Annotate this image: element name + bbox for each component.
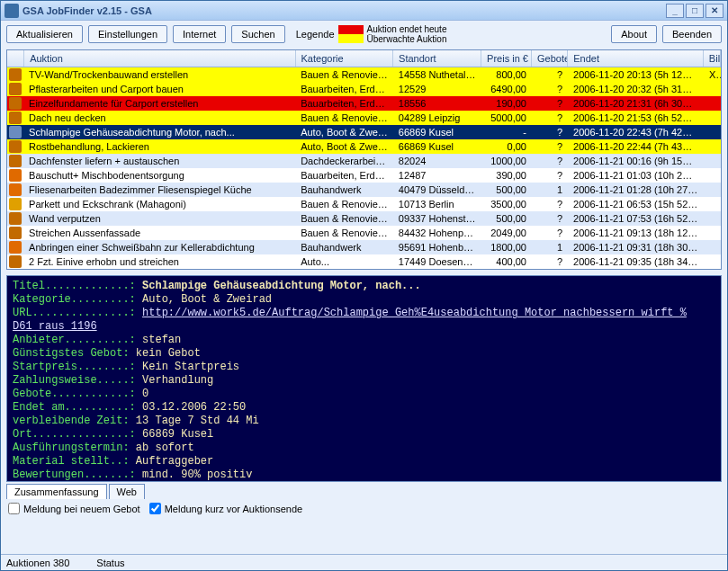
refresh-button[interactable]: Aktualisieren bbox=[6, 25, 83, 43]
legend-line2: Überwachte Auktion bbox=[367, 34, 447, 44]
cell-auktion: 2 Fzt. Einive erhobn und streichen bbox=[23, 256, 295, 267]
table-body[interactable]: TV-Wand/Trockenbauwand erstellenBauen & … bbox=[7, 67, 721, 269]
cell-gebote: ? bbox=[532, 127, 568, 138]
cell-kategorie: Bauen & Renovieren bbox=[295, 213, 393, 224]
detail-url2[interactable]: D61_raus_1196 bbox=[13, 320, 97, 334]
about-button[interactable]: About bbox=[611, 25, 657, 43]
check-newbid[interactable] bbox=[8, 503, 20, 514]
table-row[interactable]: Parkett und Eckschrank (Mahagoni)Bauen &… bbox=[7, 197, 721, 211]
cell-preis: 390,00 bbox=[481, 170, 532, 181]
cell-standort: 66869 Kusel bbox=[393, 141, 481, 152]
row-icon bbox=[9, 183, 22, 196]
cell-endet: 2006-11-20 22:44 (7h 43min) bbox=[568, 141, 704, 152]
cell-kategorie: Auto, Boot & Zweirad bbox=[295, 141, 393, 152]
minimize-button[interactable]: _ bbox=[666, 4, 684, 18]
cell-endet: 2006-11-21 06:53 (15h 52m... bbox=[568, 199, 704, 210]
cell-endet: 2006-11-20 22:43 (7h 42min) bbox=[568, 127, 704, 138]
check-shortly[interactable] bbox=[149, 503, 161, 514]
detail-url[interactable]: http://www.work5.de/Auftrag/Schlampige_G… bbox=[142, 307, 687, 320]
col-endet[interactable]: Endet bbox=[568, 50, 704, 67]
cell-kategorie: Bauhandwerk bbox=[295, 184, 393, 195]
table-row[interactable]: Dachfenster liefern + austauschenDachdec… bbox=[7, 154, 721, 168]
cell-gebote: ? bbox=[532, 112, 568, 123]
col-preis[interactable]: Preis in € bbox=[481, 50, 532, 67]
cell-preis: 0,00 bbox=[481, 141, 532, 152]
cell-auktion: Fliesenarbeiten Badezimmer Fliesenspiege… bbox=[23, 184, 295, 195]
col-bild[interactable]: Bild bbox=[704, 50, 721, 67]
tab-summary[interactable]: Zusammenfassung bbox=[6, 484, 107, 499]
search-button[interactable]: Suchen bbox=[231, 25, 284, 43]
table-row[interactable]: Einzelfundamente für Carport erstellenBa… bbox=[7, 96, 721, 111]
legend-swatch bbox=[338, 25, 364, 43]
cell-endet: 2006-11-21 00:16 (9h 15min) bbox=[568, 156, 704, 166]
table-row[interactable]: Schlampige Gehäuseabdichtung Motor, nach… bbox=[7, 125, 721, 139]
close-button[interactable]: ✕ bbox=[706, 4, 724, 18]
tab-web[interactable]: Web bbox=[109, 484, 145, 499]
cell-gebote: ? bbox=[532, 199, 568, 210]
legend: Legende Auktion endet heute Überwachte A… bbox=[296, 24, 447, 44]
detail-pane[interactable]: Titel.............: Schlampige Gehäuseab… bbox=[6, 275, 722, 482]
table-row[interactable]: Wand verputzenBauen & Renovieren09337 Ho… bbox=[7, 211, 721, 226]
status-auctions: Auktionen 380 bbox=[6, 558, 69, 568]
settings-button[interactable]: Einstellungen bbox=[88, 25, 167, 43]
statusbar: Auktionen 380 Status bbox=[1, 554, 727, 570]
table-row[interactable]: Dach neu deckenBauen & Renovieren04289 L… bbox=[7, 111, 721, 125]
options-bar: Meldung bei neuem Gebot Meldung kurz vor… bbox=[8, 503, 720, 514]
check-newbid-label[interactable]: Meldung bei neuem Gebot bbox=[8, 503, 140, 514]
cell-preis: 800,00 bbox=[481, 69, 532, 80]
legend-line1: Auktion endet heute bbox=[367, 24, 447, 34]
row-icon bbox=[9, 112, 22, 124]
table-row[interactable]: 2 Fzt. Einive erhobn und streichenAuto..… bbox=[7, 254, 721, 269]
row-icon bbox=[9, 140, 22, 153]
cell-gebote: ? bbox=[532, 213, 568, 224]
table-row[interactable]: Fliesenarbeiten Badezimmer Fliesenspiege… bbox=[7, 183, 721, 197]
col-gebote[interactable]: Gebote bbox=[532, 50, 568, 67]
row-icon bbox=[9, 227, 22, 239]
cell-endet: 2006-11-21 01:03 (10h 2min) bbox=[568, 170, 704, 181]
col-standort[interactable]: Standort bbox=[393, 50, 481, 67]
cell-kategorie: Bauen & Renovieren bbox=[295, 199, 393, 210]
check-shortly-label[interactable]: Meldung kurz vor Auktionsende bbox=[149, 503, 302, 514]
titlebar: GSA JobFinder v2.15 - GSA _ □ ✕ bbox=[1, 1, 727, 21]
cell-kategorie: Bauarbeiten, Erdarb... bbox=[295, 84, 393, 94]
table-row[interactable]: Bauschutt+ MischbodenentsorgungBauarbeit… bbox=[7, 168, 721, 183]
legend-label: Legende bbox=[296, 29, 335, 40]
cell-gebote: ? bbox=[532, 69, 568, 80]
main-window: GSA JobFinder v2.15 - GSA _ □ ✕ Aktualis… bbox=[0, 0, 728, 571]
row-icon bbox=[9, 68, 22, 81]
cell-standort: 82024 bbox=[393, 156, 481, 166]
cell-standort: 12529 bbox=[393, 84, 481, 94]
table-row[interactable]: TV-Wand/Trockenbauwand erstellenBauen & … bbox=[7, 67, 721, 82]
cell-auktion: Schlampige Gehäuseabdichtung Motor, nach… bbox=[23, 127, 295, 138]
toolbar: Aktualisieren Einstellungen Internet Suc… bbox=[1, 21, 727, 48]
cell-auktion: Anbringen einer Schweißbahn zur Kellerab… bbox=[23, 242, 295, 253]
cell-standort: 17449 Doesenem... bbox=[393, 256, 481, 267]
table-row[interactable]: Streichen AussenfassadeBauen & Renoviere… bbox=[7, 226, 721, 240]
cell-standort: 10713 Berlin bbox=[393, 199, 481, 210]
detail-tabs: Zusammenfassung Web bbox=[6, 484, 722, 499]
col-auktion[interactable]: Auktion bbox=[24, 50, 295, 67]
cell-gebote: ? bbox=[532, 141, 568, 152]
cell-endet: 2006-11-21 07:53 (16h 52m... bbox=[568, 213, 704, 224]
exit-button[interactable]: Beenden bbox=[662, 25, 722, 43]
table-row[interactable]: Pflasterarbeiten und Carport bauenBauarb… bbox=[7, 82, 721, 96]
col-kategorie[interactable]: Kategorie bbox=[296, 50, 394, 67]
cell-preis: 1000,00 bbox=[481, 156, 532, 166]
auction-table: Auktion Kategorie Standort Preis in € Ge… bbox=[6, 49, 722, 270]
cell-preis: 3500,00 bbox=[481, 199, 532, 210]
cell-auktion: Streichen Aussenfassade bbox=[23, 228, 295, 238]
cell-gebote: ? bbox=[532, 256, 568, 267]
cell-bild: X bbox=[704, 69, 721, 80]
cell-preis: 190,00 bbox=[481, 98, 532, 109]
table-row[interactable]: Rostbehandlung, LackierenAuto, Boot & Zw… bbox=[7, 139, 721, 154]
row-icon bbox=[9, 169, 22, 182]
internet-button[interactable]: Internet bbox=[173, 25, 226, 43]
cell-kategorie: Bauen & Renovieren bbox=[295, 112, 393, 123]
cell-auktion: Dach neu decken bbox=[23, 112, 295, 123]
row-icon bbox=[9, 97, 22, 110]
table-row[interactable]: Anbringen einer Schweißbahn zur Kellerab… bbox=[7, 240, 721, 254]
maximize-button[interactable]: □ bbox=[686, 4, 704, 18]
cell-standort: 04289 Leipzig bbox=[393, 112, 481, 123]
cell-gebote: 1 bbox=[532, 184, 568, 195]
cell-gebote: ? bbox=[532, 170, 568, 181]
